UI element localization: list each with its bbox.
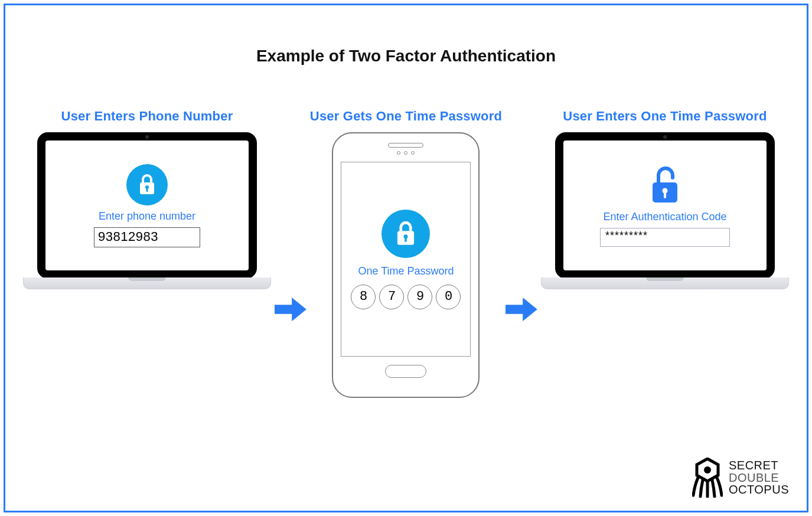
brand-line-1: SECRET xyxy=(729,459,789,471)
brand-line-2: DOUBLE xyxy=(729,472,789,484)
svg-rect-8 xyxy=(664,192,666,198)
phone-number-input[interactable]: 93812983 xyxy=(94,227,200,247)
brand-logo: SECRET DOUBLE OCTOPUS xyxy=(692,458,789,498)
step-enter-phone: User Enters Phone Number xyxy=(23,109,271,289)
svg-rect-2 xyxy=(146,188,148,192)
phone-sensors-icon xyxy=(397,151,415,155)
otp-digit-4: 0 xyxy=(436,285,461,309)
step-1-title: User Enters Phone Number xyxy=(61,109,233,124)
diagram-frame: Example of Two Factor Authentication Use… xyxy=(4,4,808,512)
otp-digit-2: 7 xyxy=(379,285,404,309)
arrow-right-icon xyxy=(506,292,537,327)
phone-device: One Time Password 8 7 9 0 xyxy=(332,132,480,398)
phone-field-label: Enter phone number xyxy=(99,210,195,223)
steps-row: User Enters Phone Number xyxy=(23,109,789,398)
webcam-icon xyxy=(145,135,149,139)
diagram-title: Example of Two Factor Authentication xyxy=(5,47,807,66)
step-enter-otp: User Enters One Time Password xyxy=(541,109,789,289)
otp-digit-3: 9 xyxy=(407,285,432,309)
otp-digit-1: 8 xyxy=(351,285,376,309)
lock-icon xyxy=(126,164,168,205)
auth-code-input[interactable]: ********* xyxy=(600,228,730,247)
step-2-title: User Gets One Time Password xyxy=(310,109,502,124)
phone-speaker-icon xyxy=(388,143,423,148)
unlock-icon xyxy=(647,165,683,206)
step-receive-otp: User Gets One Time Password xyxy=(310,109,502,398)
lock-icon xyxy=(381,210,430,258)
brand-line-3: OCTOPUS xyxy=(729,484,789,495)
svg-rect-5 xyxy=(405,237,407,241)
brand-text: SECRET DOUBLE OCTOPUS xyxy=(729,459,789,495)
auth-code-label: Enter Authentication Code xyxy=(603,211,726,223)
laptop-device-1: Enter phone number 93812983 xyxy=(23,132,271,289)
otp-digits: 8 7 9 0 xyxy=(351,285,461,309)
phone-home-button-icon xyxy=(385,365,426,378)
laptop-device-2: Enter Authentication Code ********* xyxy=(541,132,789,289)
octopus-icon xyxy=(692,458,723,498)
svg-point-10 xyxy=(704,466,711,473)
otp-label: One Time Password xyxy=(358,265,454,277)
step-3-title: User Enters One Time Password xyxy=(563,109,767,124)
arrow-right-icon xyxy=(275,292,306,327)
webcam-icon xyxy=(663,135,667,139)
